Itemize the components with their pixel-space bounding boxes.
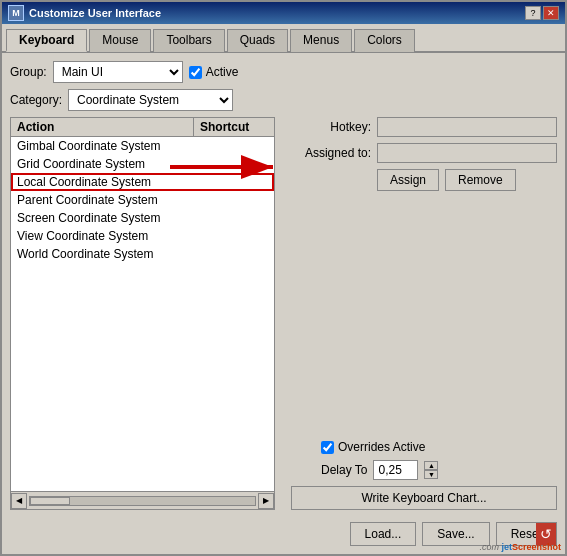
- item-name: Gimbal Coordinate System: [17, 139, 188, 153]
- overrides-row: Overrides Active: [291, 440, 557, 454]
- list-item-selected[interactable]: Local Coordinate System: [11, 173, 274, 191]
- action-list-container: Action Shortcut Gimbal Coordinate System…: [10, 117, 275, 510]
- content-area: Group: Main UI Active Category: Coordina…: [2, 53, 565, 518]
- tab-mouse[interactable]: Mouse: [89, 29, 151, 52]
- watermark: .com jetScreenshot: [479, 542, 561, 552]
- assigned-row: Assigned to:: [291, 143, 557, 163]
- item-shortcut: [188, 175, 268, 189]
- tab-keyboard[interactable]: Keyboard: [6, 29, 87, 52]
- overrides-checkbox[interactable]: [321, 441, 334, 454]
- load-button[interactable]: Load...: [350, 522, 417, 546]
- list-item[interactable]: Gimbal Coordinate System: [11, 137, 274, 155]
- remove-button[interactable]: Remove: [445, 169, 516, 191]
- tab-bar: Keyboard Mouse Toolbars Quads Menus Colo…: [2, 24, 565, 53]
- titlebar: M Customize User Interface ? ✕: [2, 2, 565, 24]
- action-list-header: Action Shortcut: [10, 117, 275, 136]
- item-name: World Coordinate System: [17, 247, 188, 261]
- hotkey-label: Hotkey:: [291, 120, 371, 134]
- group-row: Group: Main UI Active: [10, 61, 557, 83]
- item-name: View Coordinate System: [17, 229, 188, 243]
- item-name: Parent Coordinate System: [17, 193, 188, 207]
- window-title: Customize User Interface: [29, 7, 161, 19]
- col-action-header: Action: [11, 118, 194, 136]
- assign-remove-row: Assign Remove: [291, 169, 557, 191]
- main-area: Action Shortcut Gimbal Coordinate System…: [10, 117, 557, 510]
- assign-button[interactable]: Assign: [377, 169, 439, 191]
- list-item[interactable]: World Coordinate System: [11, 245, 274, 263]
- list-scroll-row: ◀ ▶: [10, 492, 275, 510]
- list-item[interactable]: Screen Coordinate System: [11, 209, 274, 227]
- write-keyboard-chart-button[interactable]: Write Keyboard Chart...: [291, 486, 557, 510]
- overrides-label: Overrides Active: [338, 440, 425, 454]
- active-checkbox[interactable]: [189, 66, 202, 79]
- active-label: Active: [206, 65, 239, 79]
- spin-down-btn[interactable]: ▼: [424, 470, 438, 479]
- category-label: Category:: [10, 93, 62, 107]
- watermark-jet: jet: [501, 542, 512, 552]
- titlebar-controls: ? ✕: [525, 6, 559, 20]
- scroll-left-btn[interactable]: ◀: [11, 493, 27, 509]
- col-shortcut-header: Shortcut: [194, 118, 274, 136]
- item-name: Local Coordinate System: [17, 175, 188, 189]
- item-name: Screen Coordinate System: [17, 211, 188, 225]
- spacer: [291, 197, 557, 434]
- active-checkbox-row: Active: [189, 65, 239, 79]
- main-window: M Customize User Interface ? ✕ Keyboard …: [0, 0, 567, 556]
- delay-row: Delay To ▲ ▼: [291, 460, 557, 480]
- right-panel: Hotkey: Assigned to: Assign Remove: [291, 117, 557, 510]
- watermark-screenshot: Screenshot: [512, 542, 561, 552]
- assigned-input[interactable]: [377, 143, 557, 163]
- item-shortcut: [188, 193, 268, 207]
- scroll-right-btn[interactable]: ▶: [258, 493, 274, 509]
- scroll-thumb: [30, 497, 70, 505]
- item-shortcut: [188, 139, 268, 153]
- tab-menus[interactable]: Menus: [290, 29, 352, 52]
- item-shortcut: [188, 211, 268, 225]
- tab-toolbars[interactable]: Toolbars: [153, 29, 224, 52]
- assigned-label: Assigned to:: [291, 146, 371, 160]
- action-listbox[interactable]: Gimbal Coordinate System Grid Coordinate…: [10, 136, 275, 492]
- group-select[interactable]: Main UI: [53, 61, 183, 83]
- scroll-track[interactable]: [29, 496, 256, 506]
- delay-spinner: ▲ ▼: [424, 461, 438, 479]
- item-shortcut: [188, 229, 268, 243]
- category-row: Category: Coordinate System: [10, 89, 557, 111]
- tab-colors[interactable]: Colors: [354, 29, 415, 52]
- item-name: Grid Coordinate System: [17, 157, 188, 171]
- spin-up-btn[interactable]: ▲: [424, 461, 438, 470]
- help-button[interactable]: ?: [525, 6, 541, 20]
- item-shortcut: [188, 157, 268, 171]
- list-item[interactable]: Grid Coordinate System: [11, 155, 274, 173]
- category-select[interactable]: Coordinate System: [68, 89, 233, 111]
- delay-input[interactable]: [373, 460, 418, 480]
- list-item[interactable]: Parent Coordinate System: [11, 191, 274, 209]
- group-label: Group:: [10, 65, 47, 79]
- hotkey-input[interactable]: [377, 117, 557, 137]
- app-icon: M: [8, 5, 24, 21]
- close-button[interactable]: ✕: [543, 6, 559, 20]
- hotkey-row: Hotkey:: [291, 117, 557, 137]
- tab-quads[interactable]: Quads: [227, 29, 288, 52]
- titlebar-left: M Customize User Interface: [8, 5, 161, 21]
- list-item[interactable]: View Coordinate System: [11, 227, 274, 245]
- item-shortcut: [188, 247, 268, 261]
- delay-label: Delay To: [321, 463, 367, 477]
